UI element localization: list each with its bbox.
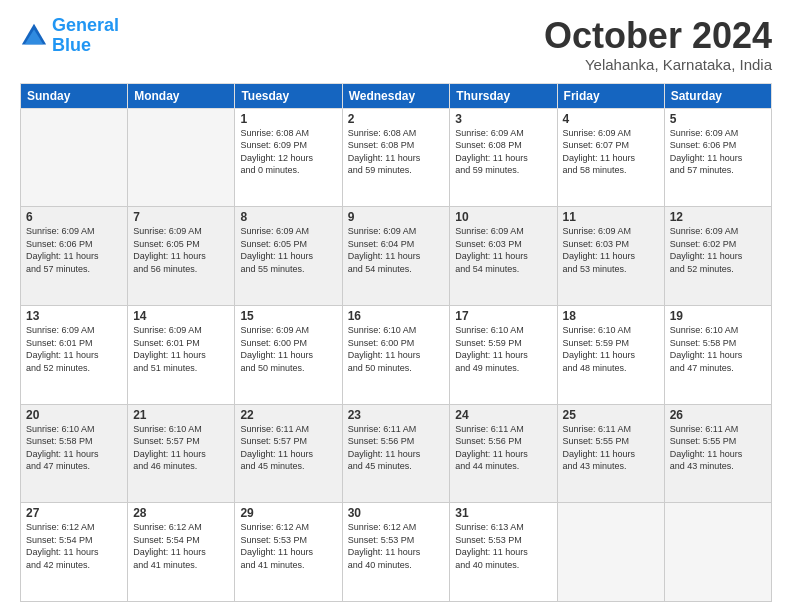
week-row-3: 13Sunrise: 6:09 AM Sunset: 6:01 PM Dayli… (21, 305, 772, 404)
main-title: October 2024 (544, 16, 772, 56)
day-info: Sunrise: 6:10 AM Sunset: 6:00 PM Dayligh… (348, 324, 445, 374)
calendar-cell: 16Sunrise: 6:10 AM Sunset: 6:00 PM Dayli… (342, 305, 450, 404)
calendar-cell: 21Sunrise: 6:10 AM Sunset: 5:57 PM Dayli… (128, 404, 235, 503)
day-info: Sunrise: 6:10 AM Sunset: 5:57 PM Dayligh… (133, 423, 229, 473)
day-number: 14 (133, 309, 229, 323)
week-row-1: 1Sunrise: 6:08 AM Sunset: 6:09 PM Daylig… (21, 108, 772, 207)
day-number: 1 (240, 112, 336, 126)
day-info: Sunrise: 6:10 AM Sunset: 5:58 PM Dayligh… (26, 423, 122, 473)
day-number: 3 (455, 112, 551, 126)
calendar-cell: 6Sunrise: 6:09 AM Sunset: 6:06 PM Daylig… (21, 207, 128, 306)
calendar-cell: 17Sunrise: 6:10 AM Sunset: 5:59 PM Dayli… (450, 305, 557, 404)
day-info: Sunrise: 6:09 AM Sunset: 6:05 PM Dayligh… (133, 225, 229, 275)
calendar-cell (21, 108, 128, 207)
day-number: 24 (455, 408, 551, 422)
day-number: 20 (26, 408, 122, 422)
logo-icon (20, 22, 48, 50)
day-info: Sunrise: 6:12 AM Sunset: 5:53 PM Dayligh… (240, 521, 336, 571)
calendar-cell: 13Sunrise: 6:09 AM Sunset: 6:01 PM Dayli… (21, 305, 128, 404)
calendar-cell: 8Sunrise: 6:09 AM Sunset: 6:05 PM Daylig… (235, 207, 342, 306)
day-info: Sunrise: 6:12 AM Sunset: 5:54 PM Dayligh… (133, 521, 229, 571)
day-number: 21 (133, 408, 229, 422)
calendar-cell: 1Sunrise: 6:08 AM Sunset: 6:09 PM Daylig… (235, 108, 342, 207)
day-number: 17 (455, 309, 551, 323)
calendar-cell: 5Sunrise: 6:09 AM Sunset: 6:06 PM Daylig… (664, 108, 771, 207)
calendar-cell (128, 108, 235, 207)
calendar-cell: 15Sunrise: 6:09 AM Sunset: 6:00 PM Dayli… (235, 305, 342, 404)
day-info: Sunrise: 6:09 AM Sunset: 6:01 PM Dayligh… (133, 324, 229, 374)
calendar-cell: 12Sunrise: 6:09 AM Sunset: 6:02 PM Dayli… (664, 207, 771, 306)
day-info: Sunrise: 6:08 AM Sunset: 6:09 PM Dayligh… (240, 127, 336, 177)
day-number: 6 (26, 210, 122, 224)
day-info: Sunrise: 6:12 AM Sunset: 5:53 PM Dayligh… (348, 521, 445, 571)
day-number: 29 (240, 506, 336, 520)
day-info: Sunrise: 6:09 AM Sunset: 6:06 PM Dayligh… (670, 127, 766, 177)
day-number: 15 (240, 309, 336, 323)
day-info: Sunrise: 6:09 AM Sunset: 6:00 PM Dayligh… (240, 324, 336, 374)
day-number: 18 (563, 309, 659, 323)
day-number: 12 (670, 210, 766, 224)
calendar-cell: 23Sunrise: 6:11 AM Sunset: 5:56 PM Dayli… (342, 404, 450, 503)
calendar-cell: 4Sunrise: 6:09 AM Sunset: 6:07 PM Daylig… (557, 108, 664, 207)
calendar-cell: 31Sunrise: 6:13 AM Sunset: 5:53 PM Dayli… (450, 503, 557, 602)
day-number: 7 (133, 210, 229, 224)
calendar-cell: 11Sunrise: 6:09 AM Sunset: 6:03 PM Dayli… (557, 207, 664, 306)
day-info: Sunrise: 6:10 AM Sunset: 5:58 PM Dayligh… (670, 324, 766, 374)
title-section: October 2024 Yelahanka, Karnataka, India (544, 16, 772, 73)
day-info: Sunrise: 6:09 AM Sunset: 6:08 PM Dayligh… (455, 127, 551, 177)
weekday-header-wednesday: Wednesday (342, 83, 450, 108)
subtitle: Yelahanka, Karnataka, India (544, 56, 772, 73)
calendar-cell: 30Sunrise: 6:12 AM Sunset: 5:53 PM Dayli… (342, 503, 450, 602)
day-info: Sunrise: 6:12 AM Sunset: 5:54 PM Dayligh… (26, 521, 122, 571)
calendar-cell (664, 503, 771, 602)
weekday-header-saturday: Saturday (664, 83, 771, 108)
calendar-cell: 7Sunrise: 6:09 AM Sunset: 6:05 PM Daylig… (128, 207, 235, 306)
calendar-cell: 28Sunrise: 6:12 AM Sunset: 5:54 PM Dayli… (128, 503, 235, 602)
calendar-cell: 27Sunrise: 6:12 AM Sunset: 5:54 PM Dayli… (21, 503, 128, 602)
weekday-header-friday: Friday (557, 83, 664, 108)
day-number: 10 (455, 210, 551, 224)
day-info: Sunrise: 6:11 AM Sunset: 5:56 PM Dayligh… (455, 423, 551, 473)
weekday-header-sunday: Sunday (21, 83, 128, 108)
day-number: 30 (348, 506, 445, 520)
day-number: 11 (563, 210, 659, 224)
day-info: Sunrise: 6:08 AM Sunset: 6:08 PM Dayligh… (348, 127, 445, 177)
day-info: Sunrise: 6:11 AM Sunset: 5:55 PM Dayligh… (563, 423, 659, 473)
calendar-cell: 20Sunrise: 6:10 AM Sunset: 5:58 PM Dayli… (21, 404, 128, 503)
day-info: Sunrise: 6:09 AM Sunset: 6:06 PM Dayligh… (26, 225, 122, 275)
day-info: Sunrise: 6:11 AM Sunset: 5:57 PM Dayligh… (240, 423, 336, 473)
calendar-cell: 9Sunrise: 6:09 AM Sunset: 6:04 PM Daylig… (342, 207, 450, 306)
calendar-cell: 29Sunrise: 6:12 AM Sunset: 5:53 PM Dayli… (235, 503, 342, 602)
calendar-cell: 25Sunrise: 6:11 AM Sunset: 5:55 PM Dayli… (557, 404, 664, 503)
calendar-cell: 14Sunrise: 6:09 AM Sunset: 6:01 PM Dayli… (128, 305, 235, 404)
day-info: Sunrise: 6:09 AM Sunset: 6:04 PM Dayligh… (348, 225, 445, 275)
day-number: 23 (348, 408, 445, 422)
day-number: 31 (455, 506, 551, 520)
day-number: 2 (348, 112, 445, 126)
day-info: Sunrise: 6:13 AM Sunset: 5:53 PM Dayligh… (455, 521, 551, 571)
day-number: 9 (348, 210, 445, 224)
day-number: 16 (348, 309, 445, 323)
calendar-cell: 3Sunrise: 6:09 AM Sunset: 6:08 PM Daylig… (450, 108, 557, 207)
day-info: Sunrise: 6:10 AM Sunset: 5:59 PM Dayligh… (563, 324, 659, 374)
day-info: Sunrise: 6:09 AM Sunset: 6:02 PM Dayligh… (670, 225, 766, 275)
weekday-header-row: SundayMondayTuesdayWednesdayThursdayFrid… (21, 83, 772, 108)
weekday-header-thursday: Thursday (450, 83, 557, 108)
day-info: Sunrise: 6:09 AM Sunset: 6:03 PM Dayligh… (563, 225, 659, 275)
day-number: 28 (133, 506, 229, 520)
day-number: 13 (26, 309, 122, 323)
day-number: 19 (670, 309, 766, 323)
calendar-cell: 22Sunrise: 6:11 AM Sunset: 5:57 PM Dayli… (235, 404, 342, 503)
day-info: Sunrise: 6:09 AM Sunset: 6:05 PM Dayligh… (240, 225, 336, 275)
calendar-cell: 26Sunrise: 6:11 AM Sunset: 5:55 PM Dayli… (664, 404, 771, 503)
calendar-cell: 19Sunrise: 6:10 AM Sunset: 5:58 PM Dayli… (664, 305, 771, 404)
day-number: 25 (563, 408, 659, 422)
calendar-cell: 2Sunrise: 6:08 AM Sunset: 6:08 PM Daylig… (342, 108, 450, 207)
calendar-cell: 24Sunrise: 6:11 AM Sunset: 5:56 PM Dayli… (450, 404, 557, 503)
weekday-header-tuesday: Tuesday (235, 83, 342, 108)
day-number: 4 (563, 112, 659, 126)
header: General Blue October 2024 Yelahanka, Kar… (20, 16, 772, 73)
day-number: 27 (26, 506, 122, 520)
week-row-5: 27Sunrise: 6:12 AM Sunset: 5:54 PM Dayli… (21, 503, 772, 602)
week-row-4: 20Sunrise: 6:10 AM Sunset: 5:58 PM Dayli… (21, 404, 772, 503)
